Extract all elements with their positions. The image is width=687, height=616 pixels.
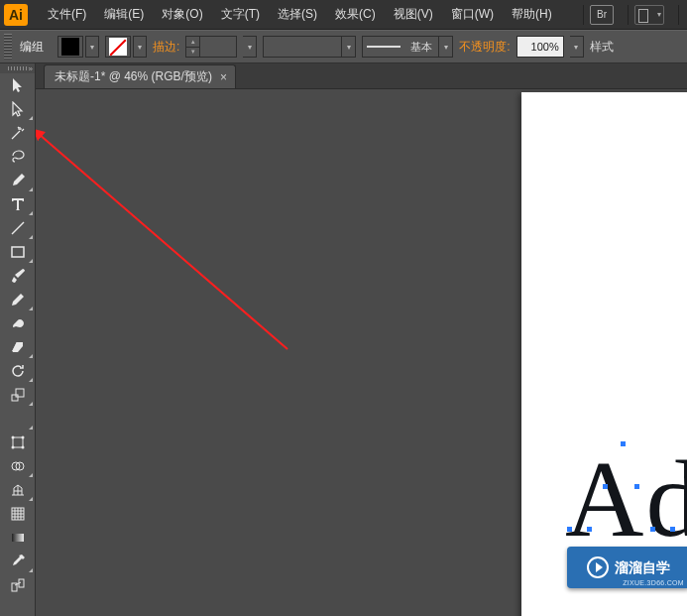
- options-grip[interactable]: [4, 34, 12, 60]
- svg-point-7: [11, 446, 14, 449]
- shape-builder-tool[interactable]: [2, 454, 34, 478]
- pencil-tool[interactable]: [2, 288, 34, 311]
- menu-divider: [583, 5, 584, 25]
- workspace-layout-dropdown[interactable]: [634, 5, 664, 25]
- width-tool[interactable]: [2, 407, 34, 431]
- stroke-weight-dropdown[interactable]: ▾: [243, 36, 257, 58]
- stroke-color-dropdown[interactable]: ▾: [133, 36, 147, 58]
- menu-divider: [678, 5, 679, 25]
- canvas[interactable]: Ad: [36, 89, 687, 616]
- rotate-tool[interactable]: [2, 359, 34, 383]
- paintbrush-tool[interactable]: [2, 264, 34, 288]
- anchor-point[interactable]: [670, 527, 675, 532]
- type-tool[interactable]: [2, 192, 34, 216]
- stroke-weight-down[interactable]: ▾: [186, 48, 199, 58]
- gradient-tool[interactable]: [2, 526, 34, 550]
- magic-wand-tool[interactable]: [2, 121, 34, 145]
- anchor-point[interactable]: [567, 527, 572, 532]
- fill-swatch-group: ▾: [57, 36, 99, 58]
- anchor-point[interactable]: [650, 527, 655, 532]
- mesh-tool[interactable]: [2, 502, 34, 526]
- lasso-tool[interactable]: [2, 145, 34, 169]
- scale-tool[interactable]: [2, 383, 34, 407]
- anchor-point[interactable]: [603, 484, 608, 489]
- document-tab-close[interactable]: ×: [220, 70, 227, 84]
- opacity-label: 不透明度:: [459, 39, 510, 56]
- selection-mode-label: 编组: [20, 39, 52, 56]
- direct-selection-tool[interactable]: [2, 97, 34, 121]
- svg-rect-12: [12, 534, 24, 542]
- fill-color-swatch[interactable]: [57, 36, 83, 58]
- menubar: Ai 文件(F) 编辑(E) 对象(O) 文字(T) 选择(S) 效果(C) 视…: [0, 0, 687, 30]
- menu-divider: [628, 5, 629, 25]
- opacity-dropdown[interactable]: ▾: [570, 36, 584, 58]
- selection-tool[interactable]: [2, 73, 34, 97]
- brush-definition-label: 基本: [404, 40, 438, 55]
- app-logo: Ai: [4, 4, 28, 26]
- variable-width-profile[interactable]: ▾: [263, 36, 356, 58]
- brush-definition[interactable]: 基本 ▾: [362, 36, 453, 58]
- eraser-tool[interactable]: [2, 335, 34, 359]
- blob-brush-tool[interactable]: [2, 311, 34, 335]
- menu-edit[interactable]: 编辑(E): [96, 2, 152, 27]
- menu-select[interactable]: 选择(S): [270, 2, 325, 27]
- graphic-style-label: 样式: [590, 39, 614, 56]
- free-transform-tool[interactable]: [2, 431, 34, 454]
- menu-object[interactable]: 对象(O): [154, 2, 210, 27]
- svg-rect-1: [12, 247, 24, 257]
- blend-tool[interactable]: [2, 573, 34, 597]
- anchor-point[interactable]: [621, 441, 626, 446]
- pen-tool[interactable]: [2, 169, 34, 192]
- svg-point-8: [21, 446, 24, 449]
- menu-window[interactable]: 窗口(W): [443, 2, 502, 27]
- anchor-point[interactable]: [634, 484, 639, 489]
- rectangle-tool[interactable]: [2, 240, 34, 264]
- selected-text-object[interactable]: Ad: [565, 436, 687, 562]
- opacity-value-field[interactable]: 100%: [516, 36, 564, 58]
- stroke-weight-input[interactable]: [200, 37, 236, 57]
- stroke-weight-field[interactable]: ▴ ▾: [185, 36, 237, 58]
- options-bar: 编组 ▾ ▾ 描边: ▴ ▾ ▾ ▾ 基本 ▾ 不透明度: 100% ▾ 样式: [0, 30, 687, 63]
- anchor-point[interactable]: [587, 527, 592, 532]
- watermark-badge: 溜溜自学 ZIXUE.3D66.COM: [567, 547, 687, 588]
- document-tab[interactable]: 未标题-1* @ 46% (RGB/预览) ×: [44, 64, 236, 88]
- menu-help[interactable]: 帮助(H): [504, 2, 560, 27]
- menu-view[interactable]: 视图(V): [386, 2, 441, 27]
- eyedropper-tool[interactable]: [2, 550, 34, 573]
- document-tab-title: 未标题-1* @ 46% (RGB/预览): [55, 68, 212, 85]
- menu-file[interactable]: 文件(F): [40, 2, 94, 27]
- document-tabbar: 未标题-1* @ 46% (RGB/预览) ×: [36, 63, 687, 89]
- toolbox: »: [0, 63, 36, 616]
- play-icon: [587, 556, 609, 578]
- watermark-brand: 溜溜自学: [615, 560, 670, 574]
- stroke-label: 描边:: [153, 39, 179, 56]
- perspective-grid-tool[interactable]: [2, 478, 34, 502]
- menu-effect[interactable]: 效果(C): [327, 2, 384, 27]
- svg-point-6: [21, 436, 24, 439]
- svg-rect-4: [13, 437, 23, 447]
- document-area: 未标题-1* @ 46% (RGB/预览) × Ad: [36, 63, 687, 616]
- watermark-url: ZIXUE.3D66.COM: [623, 579, 684, 586]
- stroke-color-swatch[interactable]: [105, 36, 131, 58]
- svg-rect-2: [12, 395, 18, 401]
- svg-line-0: [12, 222, 24, 234]
- stroke-swatch-group: ▾: [105, 36, 147, 58]
- svg-point-5: [11, 436, 14, 439]
- line-tool[interactable]: [2, 216, 34, 240]
- menu-type[interactable]: 文字(T): [213, 2, 268, 27]
- stroke-weight-up[interactable]: ▴: [186, 37, 199, 48]
- svg-rect-3: [16, 389, 24, 397]
- fill-color-dropdown[interactable]: ▾: [85, 36, 99, 58]
- toolbox-collapse-grip[interactable]: »: [0, 63, 35, 73]
- svg-line-15: [39, 134, 287, 349]
- bridge-button[interactable]: Br: [590, 5, 614, 25]
